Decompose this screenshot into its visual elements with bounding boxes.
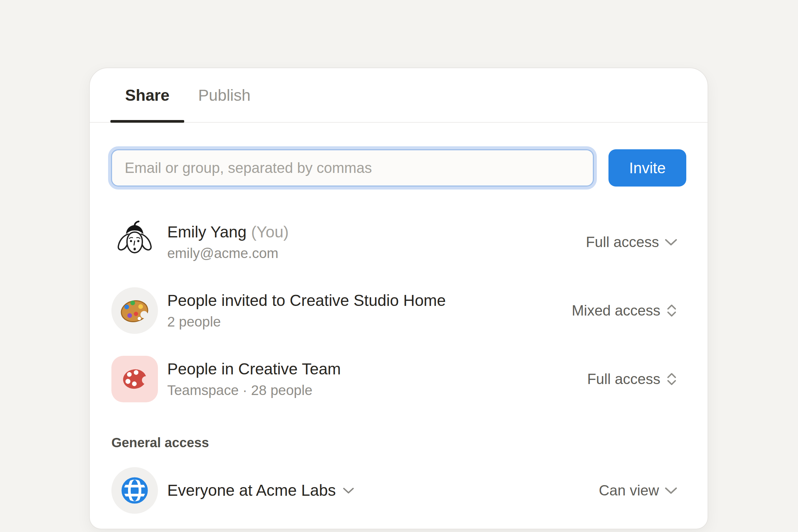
share-dialog: Share Publish Invite bbox=[89, 68, 708, 529]
tab-share[interactable]: Share bbox=[110, 68, 184, 122]
doodle-face-icon bbox=[111, 219, 158, 265]
member-email: emily@acme.com bbox=[167, 245, 586, 262]
member-row-invited-group: People invited to Creative Studio Home 2… bbox=[111, 286, 678, 336]
everyone-avatar bbox=[111, 467, 158, 514]
palette-emoji-icon bbox=[111, 287, 158, 334]
member-row-emily: Emily Yang (You) emily@acme.com Full acc… bbox=[111, 217, 678, 267]
active-tab-underline bbox=[110, 120, 184, 123]
everyone-scope-dropdown[interactable]: Everyone at Acme Labs bbox=[167, 481, 599, 500]
teamspace-avatar bbox=[111, 356, 158, 402]
chevron-down-icon bbox=[342, 487, 355, 494]
chevron-down-icon bbox=[664, 238, 678, 246]
chevrons-up-down-icon bbox=[666, 371, 678, 387]
access-dropdown-everyone[interactable]: Can view bbox=[599, 482, 678, 499]
group-avatar bbox=[111, 287, 158, 334]
tab-publish[interactable]: Publish bbox=[194, 68, 254, 122]
globe-icon bbox=[111, 467, 158, 514]
tab-publish-label: Publish bbox=[198, 86, 250, 104]
email-input[interactable] bbox=[111, 149, 594, 187]
member-row-teamspace: People in Creative Team Teamspace · 28 p… bbox=[111, 354, 678, 404]
chevrons-up-down-icon bbox=[666, 303, 678, 319]
dialog-tabs: Share Publish bbox=[90, 68, 707, 123]
member-name: People invited to Creative Studio Home bbox=[167, 291, 572, 310]
general-access-row: Everyone at Acme Labs Can view bbox=[111, 466, 678, 515]
general-access-heading: General access bbox=[111, 435, 707, 450]
chevron-down-icon bbox=[664, 486, 678, 495]
access-dropdown-emily[interactable]: Full access bbox=[586, 234, 678, 250]
member-count: 2 people bbox=[167, 314, 572, 330]
tab-share-label: Share bbox=[125, 86, 169, 104]
member-list: Emily Yang (You) emily@acme.com Full acc… bbox=[111, 217, 678, 404]
red-palette-icon bbox=[111, 356, 158, 402]
invite-bar: Invite bbox=[111, 149, 686, 187]
member-teamspace-info: Teamspace · 28 people bbox=[167, 382, 587, 399]
member-name: People in Creative Team bbox=[167, 359, 587, 379]
member-you-suffix: (You) bbox=[251, 223, 289, 242]
access-dropdown-teamspace[interactable]: Full access bbox=[587, 371, 678, 387]
invite-button[interactable]: Invite bbox=[608, 149, 686, 187]
member-name: Emily Yang (You) bbox=[167, 223, 586, 242]
user-doodle-avatar bbox=[111, 219, 158, 265]
access-dropdown-invited-group[interactable]: Mixed access bbox=[572, 302, 678, 319]
